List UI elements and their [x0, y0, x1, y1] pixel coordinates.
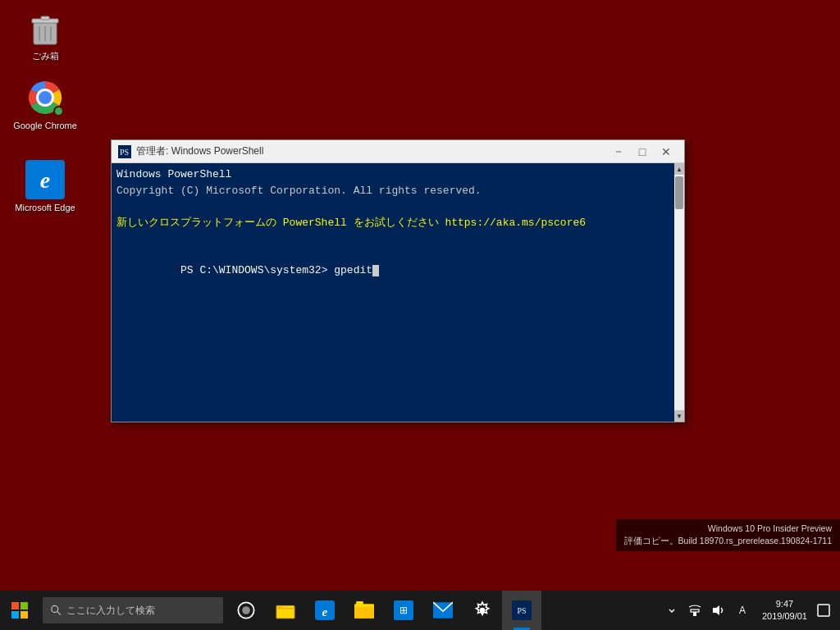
svg-text:⊞: ⊞ [399, 605, 408, 616]
svg-point-16 [52, 605, 58, 612]
svg-rect-32 [693, 612, 696, 616]
svg-text:e: e [322, 605, 328, 619]
taskbar-store-button[interactable]: ⊞ [384, 591, 423, 630]
taskbar-files-icon [354, 600, 374, 620]
chrome-icon[interactable]: Google Chrome [12, 78, 78, 131]
ps-line-4: 新しいクロスプラットフォームの PowerShell をお試しください http… [116, 215, 669, 231]
recycle-bin-label: ごみ箱 [32, 51, 59, 62]
ps-titlebar-title: 管理者: Windows PowerShell [136, 144, 606, 158]
svg-marker-34 [713, 605, 719, 615]
chrome-label: Google Chrome [13, 121, 77, 131]
svg-point-19 [242, 606, 250, 614]
win-info-line2: 評価コピー。Build 18970.rs_prerelease.190824-1… [624, 535, 832, 548]
win-info: Windows 10 Pro Insider Preview 評価コピー。Bui… [616, 519, 840, 552]
tray-notification-button[interactable] [814, 591, 833, 630]
taskbar-right: A 9:47 2019/09/01 [660, 591, 840, 630]
svg-rect-13 [21, 602, 28, 609]
start-button[interactable] [0, 591, 39, 630]
svg-rect-33 [691, 609, 699, 612]
svg-rect-35 [818, 605, 829, 616]
ps-line-3 [116, 199, 669, 215]
taskbar: e ⊞ PS [0, 591, 840, 630]
tray-time: 9:47 [776, 598, 793, 610]
svg-rect-2 [41, 16, 49, 20]
tray-date: 2019/09/01 [762, 610, 807, 623]
tray-clock[interactable]: 9:47 2019/09/01 [756, 591, 814, 630]
svg-rect-12 [11, 602, 19, 609]
taskbar-settings-icon [472, 600, 492, 620]
svg-line-17 [57, 612, 61, 615]
ps-prompt-line: PS C:\WINDOWS\system32> gpedit [116, 247, 669, 295]
taskbar-edge-button[interactable]: e [305, 591, 345, 630]
svg-rect-24 [354, 607, 374, 619]
search-icon [51, 605, 62, 616]
tray-network-icon[interactable] [683, 591, 706, 630]
file-explorer-button[interactable] [266, 591, 305, 630]
file-explorer-icon [276, 600, 295, 620]
taskbar-powershell-button[interactable]: PS [502, 591, 541, 630]
svg-rect-15 [21, 611, 28, 619]
taskbar-search-bar[interactable] [43, 597, 223, 623]
tray-chevron[interactable] [660, 591, 683, 630]
recycle-bin-icon[interactable]: ごみ箱 [12, 8, 78, 62]
ps-scroll-down[interactable]: ▼ [674, 410, 684, 422]
ps-terminal[interactable]: Windows PowerShell Copyright (C) Microso… [112, 163, 674, 422]
ps-maximize-button[interactable]: □ [631, 140, 654, 163]
edge-icon[interactable]: e Microsoft Edge [12, 160, 78, 213]
ps-scroll-up[interactable]: ▲ [674, 163, 684, 175]
ps-line-2: Copyright (C) Microsoft Corporation. All… [116, 183, 669, 199]
powershell-window: PS 管理者: Windows PowerShell － □ ✕ Windows… [111, 139, 685, 422]
svg-text:e: e [40, 167, 50, 193]
tray-ime-label: A [739, 605, 746, 616]
ps-minimize-button[interactable]: － [607, 140, 630, 163]
taskbar-store-icon: ⊞ [394, 600, 413, 620]
ps-titlebar: PS 管理者: Windows PowerShell － □ ✕ [112, 140, 684, 163]
edge-label: Microsoft Edge [15, 203, 75, 213]
taskbar-settings-button[interactable] [463, 591, 502, 630]
svg-point-7 [39, 91, 52, 104]
ps-line-5 [116, 231, 669, 247]
tray-notification-area: A [660, 591, 756, 630]
svg-rect-14 [11, 611, 19, 619]
task-view-icon [236, 600, 256, 620]
ps-prompt-text: PS C:\WINDOWS\system32> gpedit [180, 264, 372, 276]
ps-cursor [372, 265, 379, 276]
ps-scroll-thumb[interactable] [675, 176, 683, 209]
desktop: ごみ箱 Google Chrom [0, 0, 840, 591]
windows-logo-icon [11, 602, 28, 619]
network-icon [688, 604, 701, 617]
taskbar-mail-button[interactable] [423, 591, 463, 630]
taskbar-files-button[interactable] [345, 591, 384, 630]
tray-expand-icon [668, 606, 676, 614]
svg-rect-25 [356, 601, 363, 605]
ps-line-1: Windows PowerShell [116, 167, 669, 183]
ps-close-button[interactable]: ✕ [655, 140, 678, 163]
svg-text:PS: PS [518, 606, 527, 615]
ps-titlebar-icon: PS [118, 145, 131, 158]
search-input[interactable] [66, 605, 215, 616]
ps-scrollbar[interactable]: ▲ ▼ [674, 163, 684, 422]
volume-icon [711, 604, 724, 617]
tray-volume-icon[interactable] [706, 591, 729, 630]
ps-content: Windows PowerShell Copyright (C) Microso… [112, 163, 684, 422]
taskbar-powershell-icon: PS [512, 600, 532, 620]
tray-ime-icon[interactable]: A [729, 591, 756, 630]
notification-icon [817, 604, 830, 617]
taskbar-edge-icon: e [315, 600, 335, 620]
svg-text:PS: PS [120, 148, 129, 157]
task-view-button[interactable] [226, 591, 266, 630]
win-info-line1: Windows 10 Pro Insider Preview [624, 523, 832, 536]
taskbar-mail-icon [433, 600, 453, 620]
